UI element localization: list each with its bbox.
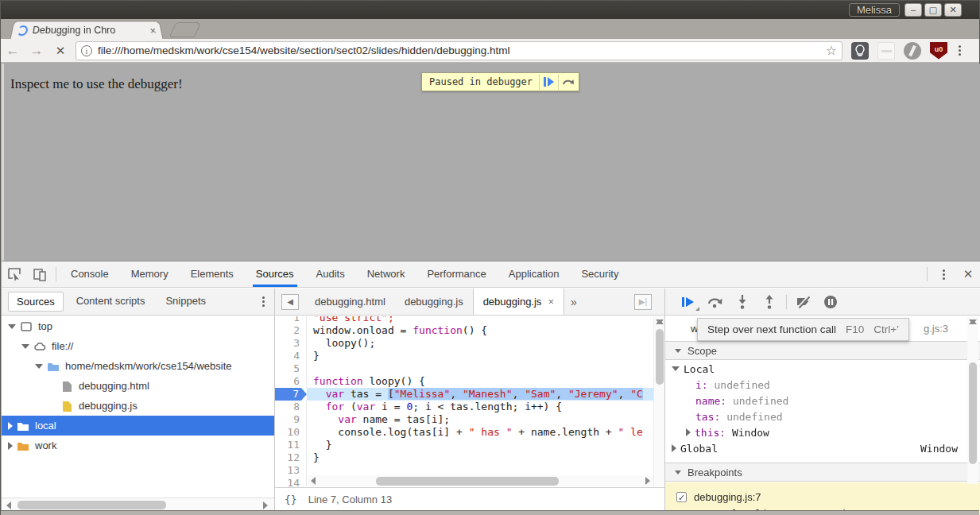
tree-item-top[interactable]: top	[2, 316, 274, 336]
navigator-tab-sources[interactable]: Sources	[8, 292, 64, 312]
step-over-button[interactable]	[702, 292, 729, 312]
disabled-extension-icon[interactable]	[877, 42, 895, 60]
resume-button[interactable]	[675, 292, 702, 312]
debugger-vertical-scrollbar[interactable]	[967, 316, 978, 484]
step-out-button[interactable]	[756, 292, 783, 312]
tab-application[interactable]: Application	[498, 261, 571, 287]
scrollbar-thumb[interactable]	[969, 362, 977, 464]
pretty-print-icon[interactable]: {}	[285, 494, 297, 505]
tab-close-icon[interactable]: ×	[548, 296, 554, 308]
collapsed-arrow-icon[interactable]	[686, 428, 691, 436]
lighthouse-extension-icon[interactable]	[851, 42, 869, 60]
tab-audits[interactable]: Audits	[305, 261, 356, 287]
show-debugger-panel-icon[interactable]: ▶|	[634, 294, 652, 310]
forward-icon[interactable]: →	[25, 43, 48, 59]
editor-tab-debugging.js[interactable]: debugging.js×	[473, 288, 564, 315]
expanded-arrow-icon[interactable]	[35, 364, 43, 369]
code-line-6[interactable]: 6function loopy() {	[275, 375, 653, 388]
tree-item-local[interactable]: local	[2, 416, 274, 436]
tab-elements[interactable]: Elements	[180, 261, 245, 287]
back-icon[interactable]: ←	[1, 43, 25, 59]
scroll-right-icon[interactable]	[645, 477, 650, 485]
editor-tab-debugging.html[interactable]: debugging.html	[305, 288, 395, 315]
breakpoint-entry[interactable]: ✓ debugging.js:7	[665, 482, 980, 511]
scrollbar-thumb[interactable]	[17, 501, 166, 509]
tab-sources[interactable]: Sources	[245, 261, 305, 287]
tab-network[interactable]: Network	[356, 261, 416, 287]
editor-tab-debugging.js[interactable]: debugging.js	[395, 288, 473, 315]
scroll-left-icon[interactable]	[6, 501, 11, 509]
bookmark-star-icon[interactable]: ☆	[826, 43, 837, 58]
deactivate-breakpoints-button[interactable]	[790, 292, 817, 312]
more-tabs-icon[interactable]: »	[564, 296, 583, 308]
scroll-left-icon[interactable]	[311, 477, 316, 485]
collapsed-arrow-icon[interactable]	[8, 422, 13, 430]
tree-item-debugging.js[interactable]: debugging.js	[2, 396, 274, 416]
line-number[interactable]: 9	[275, 413, 307, 426]
minimize-button[interactable]: –	[904, 3, 922, 17]
breakpoints-section-header[interactable]: Breakpoints	[665, 463, 980, 482]
line-number[interactable]: 11	[275, 439, 307, 451]
resume-script-icon[interactable]	[539, 74, 558, 90]
code-line-4[interactable]: 4}	[275, 350, 653, 362]
tab-security[interactable]: Security	[570, 261, 629, 287]
expanded-arrow-icon[interactable]	[21, 344, 29, 349]
stop-loading-icon[interactable]: ✕	[48, 44, 72, 58]
tab-performance[interactable]: Performance	[416, 261, 497, 287]
navigator-tab-content-scripts[interactable]: Content scripts	[68, 292, 153, 312]
grey-circle-extension-icon[interactable]	[904, 42, 921, 60]
scroll-down-icon[interactable]	[656, 319, 664, 324]
line-number[interactable]: 12	[275, 451, 307, 464]
scope-var-i[interactable]: i: undefined	[665, 377, 980, 393]
url-text[interactable]: file:///home/medskm/work/cse154/website/…	[98, 45, 823, 56]
browser-menu-icon[interactable]	[959, 45, 961, 56]
devtools-menu-icon[interactable]	[931, 265, 956, 284]
navigator-tab-snippets[interactable]: Snippets	[157, 292, 214, 312]
scope-section-global[interactable]: GlobalWindow	[665, 440, 980, 456]
callstack-location[interactable]: g.js:3	[924, 323, 948, 335]
code-line-9[interactable]: 9 var name = tas[i];	[275, 413, 653, 426]
inspect-element-icon[interactable]	[2, 265, 27, 284]
devtools-close-icon[interactable]: ✕	[956, 267, 980, 281]
device-toolbar-icon[interactable]	[27, 265, 52, 284]
line-number[interactable]: 2	[275, 324, 307, 337]
tab-close-icon[interactable]: ×	[149, 25, 157, 36]
code-line-12[interactable]: 12}	[275, 451, 653, 464]
line-number[interactable]: 1	[275, 316, 307, 324]
tab-console[interactable]: Console	[60, 261, 120, 287]
page-info-icon[interactable]: i	[81, 45, 92, 56]
hide-navigator-icon[interactable]: ◀	[281, 294, 299, 310]
scope-var-tas[interactable]: tas: undefined	[665, 409, 980, 424]
ublock-shield-icon[interactable]: u0	[930, 42, 947, 60]
maximize-button[interactable]: ▢	[924, 3, 942, 17]
tree-item-file-[interactable]: file://	[2, 336, 274, 356]
tab-memory[interactable]: Memory	[120, 261, 180, 287]
tree-item-home[interactable]: home/medskm/work/cse154/website	[2, 356, 274, 376]
code-line-7[interactable]: 7 var tas = ["Melissa", "Manesh", "Sam",…	[275, 388, 653, 401]
pause-on-exceptions-button[interactable]	[817, 292, 844, 312]
expanded-arrow-icon[interactable]	[672, 366, 680, 371]
navigator-horizontal-scrollbar[interactable]	[2, 498, 274, 511]
address-bar[interactable]: i file:///home/medskm/work/cse154/websit…	[76, 41, 842, 60]
editor-horizontal-scrollbar[interactable]	[308, 475, 653, 486]
scope-section-header[interactable]: Scope	[665, 341, 980, 360]
breakpoint-checkbox[interactable]: ✓	[676, 492, 687, 502]
code-line-5[interactable]: 5	[275, 362, 653, 375]
scroll-down-icon[interactable]	[969, 319, 977, 324]
step-over-banner-icon[interactable]	[558, 74, 577, 90]
line-number[interactable]: 3	[275, 337, 307, 350]
editor-vertical-scrollbar[interactable]	[653, 316, 664, 486]
code-line-1[interactable]: 1"use strict";	[275, 316, 653, 324]
execution-line-number[interactable]: 7	[275, 388, 307, 401]
close-window-button[interactable]: ✕	[944, 3, 962, 17]
line-number[interactable]: 5	[275, 362, 307, 375]
navigator-menu-icon[interactable]	[262, 296, 265, 307]
scope-var-this[interactable]: this: Window	[665, 424, 980, 440]
scrollbar-thumb[interactable]	[376, 477, 559, 486]
line-number[interactable]: 4	[275, 350, 307, 362]
code-line-11[interactable]: 11 }	[275, 439, 653, 451]
tree-item-work[interactable]: work	[2, 436, 274, 455]
line-number[interactable]: 13	[275, 464, 307, 477]
line-number[interactable]: 10	[275, 426, 307, 439]
step-into-button[interactable]	[729, 292, 756, 312]
